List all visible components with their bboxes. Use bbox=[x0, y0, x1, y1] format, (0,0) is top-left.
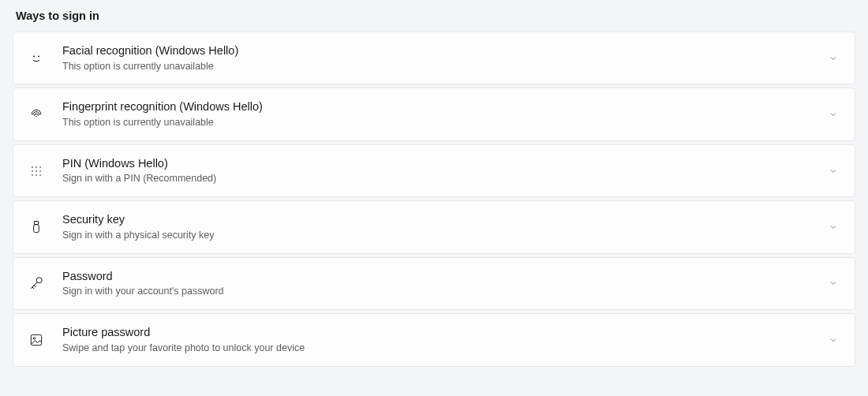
option-picture-password[interactable]: Picture password Swipe and tap your favo… bbox=[13, 313, 855, 366]
option-security-key[interactable]: Security key Sign in with a physical sec… bbox=[13, 200, 855, 253]
chevron-down-icon bbox=[828, 222, 839, 233]
option-fingerprint[interactable]: Fingerprint recognition (Windows Hello) … bbox=[13, 88, 855, 140]
svg-point-3 bbox=[36, 166, 37, 168]
option-pin[interactable]: PIN (Windows Hello) Sign in with a PIN (… bbox=[13, 144, 855, 197]
option-text: Password Sign in with your account's pas… bbox=[62, 269, 828, 298]
option-text: Facial recognition (Windows Hello) This … bbox=[62, 43, 828, 73]
svg-point-1 bbox=[38, 55, 39, 57]
option-title: PIN (Windows Hello) bbox=[62, 156, 828, 172]
option-title: Fingerprint recognition (Windows Hello) bbox=[62, 99, 828, 115]
chevron-down-icon bbox=[828, 278, 839, 289]
svg-point-5 bbox=[32, 170, 33, 172]
svg-point-6 bbox=[36, 170, 37, 172]
svg-rect-12 bbox=[34, 225, 39, 233]
svg-point-9 bbox=[36, 174, 37, 176]
svg-point-2 bbox=[32, 166, 33, 168]
picture-icon bbox=[28, 331, 45, 349]
chevron-down-icon bbox=[828, 109, 839, 120]
svg-point-4 bbox=[39, 166, 41, 168]
svg-point-15 bbox=[33, 337, 36, 339]
svg-point-0 bbox=[33, 55, 35, 57]
chevron-down-icon bbox=[828, 334, 839, 346]
option-text: Picture password Swipe and tap your favo… bbox=[62, 325, 828, 354]
section-heading: Ways to sign in bbox=[13, 0, 855, 32]
face-icon bbox=[28, 50, 45, 67]
svg-rect-14 bbox=[31, 334, 41, 345]
option-subtitle: Sign in with a PIN (Recommended) bbox=[62, 172, 828, 185]
keypad-icon bbox=[28, 163, 45, 180]
fingerprint-icon bbox=[28, 106, 45, 123]
option-title: Password bbox=[62, 269, 828, 285]
chevron-down-icon bbox=[828, 53, 839, 64]
option-text: Security key Sign in with a physical sec… bbox=[62, 212, 828, 241]
option-subtitle: Sign in with a physical security key bbox=[62, 229, 828, 242]
usb-key-icon bbox=[28, 219, 45, 236]
option-subtitle: Sign in with your account's password bbox=[62, 285, 828, 298]
svg-point-7 bbox=[39, 170, 41, 172]
option-title: Picture password bbox=[62, 325, 828, 341]
option-password[interactable]: Password Sign in with your account's pas… bbox=[13, 257, 855, 310]
svg-rect-11 bbox=[35, 222, 39, 225]
option-title: Security key bbox=[62, 212, 828, 228]
svg-point-10 bbox=[39, 174, 41, 176]
svg-point-8 bbox=[32, 174, 33, 176]
option-title: Facial recognition (Windows Hello) bbox=[62, 43, 828, 59]
signin-options-section: Ways to sign in Facial recognition (Wind… bbox=[0, 0, 868, 383]
key-icon bbox=[28, 275, 45, 292]
option-facial-recognition[interactable]: Facial recognition (Windows Hello) This … bbox=[13, 32, 855, 84]
chevron-down-icon bbox=[828, 166, 839, 177]
option-subtitle: This option is currently unavailable bbox=[62, 60, 828, 73]
option-subtitle: Swipe and tap your favorite photo to unl… bbox=[62, 342, 828, 355]
option-text: Fingerprint recognition (Windows Hello) … bbox=[62, 99, 828, 129]
option-text: PIN (Windows Hello) Sign in with a PIN (… bbox=[62, 156, 828, 185]
option-subtitle: This option is currently unavailable bbox=[62, 116, 828, 129]
